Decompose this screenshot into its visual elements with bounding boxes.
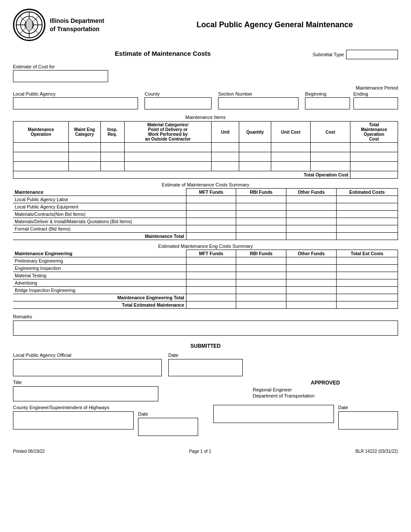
total-est-input[interactable] (336, 257, 398, 265)
mft-input[interactable] (186, 218, 236, 225)
other-eng-input[interactable] (286, 272, 337, 279)
title-input[interactable] (13, 386, 158, 401)
other-input[interactable] (286, 211, 337, 218)
est-cost-input[interactable] (336, 225, 398, 233)
mft-input[interactable] (186, 196, 236, 203)
rbi-eng-input[interactable] (236, 272, 286, 279)
rbi-input[interactable] (236, 225, 286, 233)
unit-cost-cell[interactable] (271, 162, 311, 171)
county-input[interactable] (144, 97, 212, 109)
total-op-cost-cell[interactable] (350, 162, 398, 171)
unit-cell[interactable] (212, 162, 239, 171)
estimate-cost-for-input[interactable] (13, 70, 108, 82)
insp-req-cell[interactable] (100, 152, 124, 162)
total-est-input[interactable] (336, 287, 398, 294)
cost-cell[interactable] (311, 162, 350, 171)
rbi-input[interactable] (236, 211, 286, 218)
maint-eng-cat-cell[interactable] (69, 143, 100, 152)
maint-op-cell[interactable] (13, 162, 69, 171)
rbi-total-final[interactable] (236, 301, 286, 309)
quantity-cell[interactable] (239, 152, 271, 162)
mft-eng-input[interactable] (186, 287, 236, 294)
unit-cell[interactable] (212, 152, 239, 162)
mft-input[interactable] (186, 211, 236, 218)
mft-total[interactable] (186, 233, 236, 240)
local-public-agency-input[interactable] (13, 97, 138, 109)
mft-total-final[interactable] (186, 301, 236, 309)
material-cat-cell[interactable] (124, 143, 212, 152)
unit-cost-cell[interactable] (271, 152, 311, 162)
submittal-type-input[interactable] (346, 50, 398, 59)
mft-eng-total[interactable] (186, 294, 236, 301)
other-eng-input[interactable] (286, 287, 337, 294)
maint-op-cell[interactable] (13, 143, 69, 152)
rbi-eng-total[interactable] (236, 294, 286, 301)
insp-req-cell[interactable] (100, 143, 124, 152)
rbi-eng-input[interactable] (236, 287, 286, 294)
regional-engineer-input[interactable] (213, 405, 334, 423)
maint-op-cell[interactable] (13, 152, 69, 162)
other-input[interactable] (286, 218, 337, 225)
remarks-input[interactable] (13, 320, 398, 336)
list-item: Advertising (13, 279, 398, 287)
insp-req-cell[interactable] (100, 162, 124, 171)
rbi-input[interactable] (236, 196, 286, 203)
other-eng-input[interactable] (286, 279, 337, 287)
mft-input[interactable] (186, 203, 236, 211)
section-number-input[interactable] (218, 97, 299, 109)
material-cat-cell[interactable] (124, 152, 212, 162)
rbi-input[interactable] (236, 218, 286, 225)
total-op-cost-cell[interactable] (350, 152, 398, 162)
total-est-input[interactable] (336, 265, 398, 272)
county-engineer-input[interactable] (13, 411, 134, 429)
total-est-input[interactable] (336, 272, 398, 279)
date2-input[interactable] (138, 418, 198, 436)
quantity-cell[interactable] (239, 143, 271, 152)
mft-eng-input[interactable] (186, 272, 236, 279)
date-input[interactable] (168, 359, 243, 376)
other-input[interactable] (286, 203, 337, 211)
total-est-input[interactable] (336, 279, 398, 287)
total-final[interactable] (336, 301, 398, 309)
rbi-input[interactable] (236, 203, 286, 211)
approved-date-input[interactable] (338, 411, 398, 429)
other-total[interactable] (286, 233, 337, 240)
est-total[interactable] (336, 233, 398, 240)
quantity-cell[interactable] (239, 162, 271, 171)
rbi-total[interactable] (236, 233, 286, 240)
ending-input[interactable] (353, 97, 398, 109)
est-cost-input[interactable] (336, 211, 398, 218)
est-cost-input[interactable] (336, 203, 398, 211)
beginning-input[interactable] (305, 97, 350, 109)
total-est-total[interactable] (336, 294, 398, 301)
material-cat-cell[interactable] (124, 162, 212, 171)
rbi-eng-input[interactable] (236, 279, 286, 287)
cost-cell[interactable] (311, 152, 350, 162)
other-input[interactable] (286, 196, 337, 203)
other-total-final[interactable] (286, 301, 337, 309)
other-eng-input[interactable] (286, 265, 337, 272)
mft-input[interactable] (186, 225, 236, 233)
total-op-cost-cell[interactable] (350, 143, 398, 152)
cost-cell[interactable] (311, 143, 350, 152)
mft-eng-input[interactable] (186, 279, 236, 287)
total-estimated-row: Total Estimated Maintenance (13, 301, 398, 309)
est-cost-input[interactable] (336, 218, 398, 225)
unit-cost-cell[interactable] (271, 143, 311, 152)
est-cost-input[interactable] (336, 196, 398, 203)
unit-cell[interactable] (212, 143, 239, 152)
other-input[interactable] (286, 225, 337, 233)
remarks-section: Remarks (13, 314, 398, 337)
local-official-input[interactable] (13, 359, 162, 376)
mft-eng-input[interactable] (186, 257, 236, 265)
total-operation-value[interactable] (350, 171, 398, 179)
other-eng-total[interactable] (286, 294, 337, 301)
maint-eng-cat-cell[interactable] (69, 152, 100, 162)
eng-total-label: Maintenance Engineering Total (13, 294, 186, 301)
rbi-eng-input[interactable] (236, 265, 286, 272)
row-label: Local Public Agency Equipment (13, 203, 186, 211)
rbi-eng-input[interactable] (236, 257, 286, 265)
mft-eng-input[interactable] (186, 265, 236, 272)
other-eng-input[interactable] (286, 257, 337, 265)
maint-eng-cat-cell[interactable] (69, 162, 100, 171)
